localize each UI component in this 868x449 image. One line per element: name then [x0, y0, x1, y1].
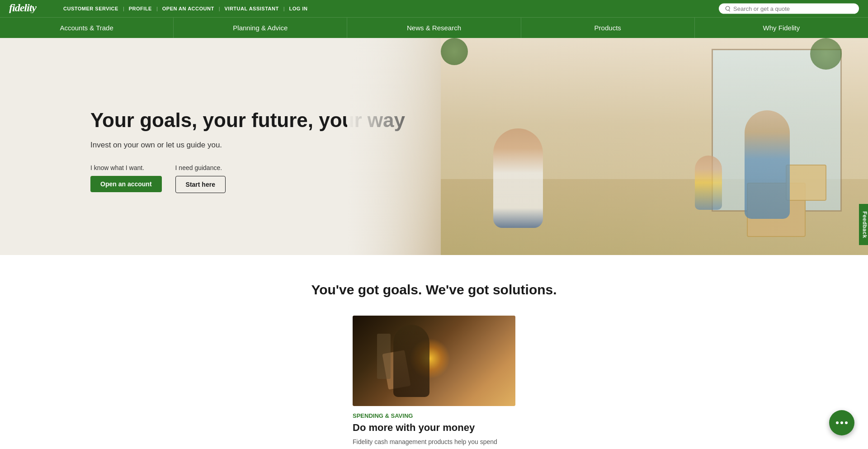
- card-category: Spending & saving: [353, 412, 515, 419]
- open-account-button[interactable]: Open an account: [90, 176, 162, 192]
- chat-bubble[interactable]: [829, 410, 854, 435]
- start-here-button[interactable]: Start here: [175, 176, 226, 193]
- card-title: Do more with your money: [353, 422, 515, 434]
- sidebar-item-planning-advice[interactable]: Planning & Advice: [174, 18, 347, 38]
- top-bar: fidelity CUSTOMER SERVICE | PROFILE | OP…: [0, 0, 868, 17]
- chat-dot-3: [845, 421, 848, 424]
- svg-text:fidelity: fidelity: [9, 2, 37, 13]
- hero-section: Your goals, your future, your way Invest…: [0, 38, 868, 255]
- separator-2: |: [156, 6, 158, 11]
- sidebar-item-accounts-trade[interactable]: Accounts & Trade: [0, 18, 174, 38]
- separator-4: |: [283, 6, 285, 11]
- sidebar-item-products[interactable]: Products: [521, 18, 695, 38]
- cta-right: I need guidance. Start here: [175, 164, 226, 193]
- feedback-tab[interactable]: Feedback: [859, 204, 868, 245]
- cta-right-label: I need guidance.: [175, 164, 226, 171]
- nav-customer-service[interactable]: CUSTOMER SERVICE: [63, 6, 118, 11]
- fidelity-logo[interactable]: fidelity: [9, 1, 50, 16]
- nav-virtual-assistant[interactable]: VIRTUAL ASSISTANT: [225, 6, 279, 11]
- separator-3: |: [219, 6, 220, 11]
- chat-dots: [836, 421, 848, 424]
- search-input[interactable]: [733, 5, 854, 12]
- sidebar-item-why-fidelity[interactable]: Why Fidelity: [695, 18, 868, 38]
- nav-log-in[interactable]: LOG IN: [289, 6, 308, 11]
- hero-image: [347, 38, 868, 255]
- separator-1: |: [123, 6, 124, 11]
- chat-dot-1: [836, 421, 839, 424]
- main-nav: Accounts & Trade Planning & Advice News …: [0, 17, 868, 38]
- goals-title: You've got goals. We've got solutions.: [18, 282, 850, 298]
- goals-section: You've got goals. We've got solutions. S…: [0, 255, 868, 449]
- cta-left-label: I know what I want.: [90, 164, 162, 171]
- search-box[interactable]: [719, 4, 859, 14]
- sidebar-item-news-research[interactable]: News & Research: [347, 18, 521, 38]
- nav-open-account[interactable]: OPEN AN ACCOUNT: [162, 6, 214, 11]
- chat-dot-2: [840, 421, 843, 424]
- card-description: Fidelity cash management products help y…: [353, 437, 515, 447]
- search-icon: [724, 5, 731, 12]
- card-image-spending: [353, 316, 515, 406]
- list-item[interactable]: Spending & saving Do more with your mone…: [353, 316, 515, 447]
- cta-left: I know what I want. Open an account: [90, 164, 162, 192]
- goals-cards: Spending & saving Do more with your mone…: [18, 316, 850, 447]
- nav-profile[interactable]: PROFILE: [129, 6, 152, 11]
